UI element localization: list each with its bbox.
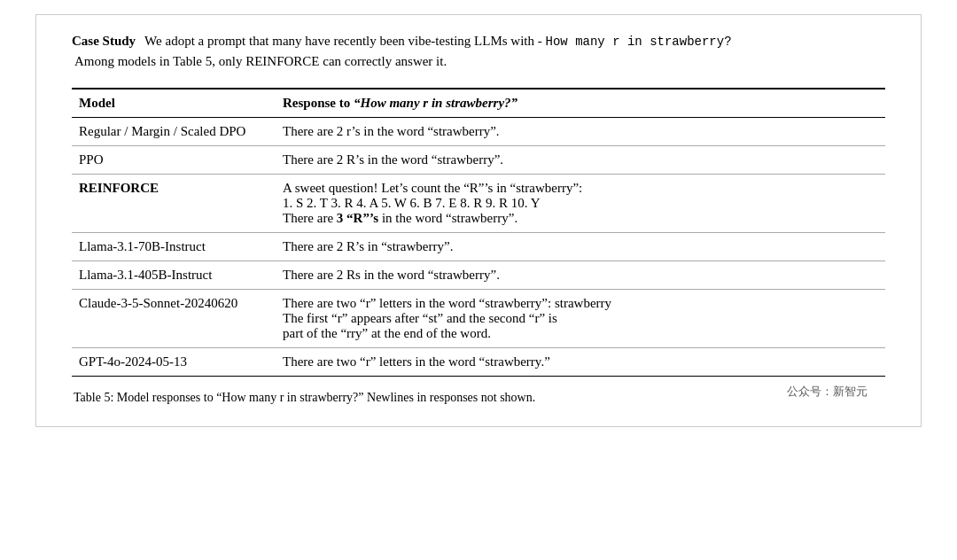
table-row: Claude-3-5-Sonnet-20240620There are two … [72,289,885,347]
model-cell: Claude-3-5-Sonnet-20240620 [72,289,276,347]
response-cell: There are 2 R’s in the word “strawberry”… [276,145,885,174]
table-container: Model Response to “How many r in strawbe… [72,88,885,377]
table-row: Regular / Margin / Scaled DPOThere are 2… [72,117,885,145]
model-cell: Llama-3.1-70B-Instruct [72,232,276,261]
model-cell: GPT-4o-2024-05-13 [72,347,276,376]
header-text-before: We adopt a prompt that many have recentl… [144,31,542,51]
response-cell: There are 2 Rs in the word “strawberry”. [276,261,885,289]
model-cell: Regular / Margin / Scaled DPO [72,117,276,145]
table-row: PPOThere are 2 R’s in the word “strawber… [72,145,885,174]
header-text-after: Among models in Table 5, only REINFORCE … [72,51,447,72]
table-caption: Table 5: Model responses to “How many r … [72,391,885,405]
case-study-title: Case Study [72,31,136,51]
table-row: Llama-3.1-405B-InstructThere are 2 Rs in… [72,261,885,289]
response-cell: There are two “r” letters in the word “s… [276,289,885,347]
page-container: Case Study We adopt a prompt that many h… [35,14,922,427]
watermark: 公众号：新智元 [787,384,868,400]
model-cell: PPO [72,145,276,174]
table-header-row: Model Response to “How many r in strawbe… [72,89,885,118]
response-cell: There are 2 R’s in “strawberry”. [276,232,885,261]
model-cell: Llama-3.1-405B-Instruct [72,261,276,289]
table-row: REINFORCEA sweet question! Let’s count t… [72,174,885,232]
response-cell: There are two “r” letters in the word “s… [276,347,885,376]
model-cell: REINFORCE [72,174,276,232]
response-cell: There are 2 r’s in the word “strawberry”… [276,117,885,145]
col-model-header: Model [72,89,276,118]
results-table: Model Response to “How many r in strawbe… [72,88,885,377]
table-row: Llama-3.1-70B-InstructThere are 2 R’s in… [72,232,885,261]
case-study-header: Case Study We adopt a prompt that many h… [72,31,885,72]
table-row: GPT-4o-2024-05-13There are two “r” lette… [72,347,885,376]
col-response-header-prefix: Response to [283,96,354,110]
response-cell: A sweet question! Let’s count the “R”’s … [276,174,885,232]
header-code: How many r in strawberry? [546,33,732,51]
col-response-header: Response to “How many r in strawberry?” [276,89,885,118]
col-response-header-italic: “How many r in strawberry?” [354,96,517,110]
